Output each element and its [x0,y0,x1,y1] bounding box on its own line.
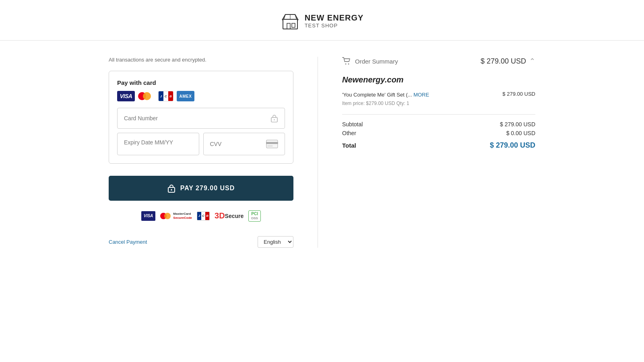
card-logos: VISA J C B [117,91,285,101]
order-item-name-text: 'You Complete Me' Gift Set (... [342,92,413,98]
expiry-field[interactable] [117,133,199,155]
3d-secure-badge: 3D Secure [215,211,244,220]
cvv-input[interactable] [210,141,266,147]
subtotal-value: $ 279.00 USD [500,121,535,128]
cvv-field[interactable] [203,133,285,155]
security-badges: VISA MasterCard SecureCode J C B [109,210,293,222]
order-divider [342,114,535,115]
order-totals: Subtotal $ 279.00 USD Other $ 0.00 USD T… [342,121,535,150]
language-select[interactable]: English French German Spanish [258,236,293,248]
pci-dss-badge: PCI DSS [248,210,261,222]
store-building-icon [281,11,300,31]
jcb-badge: J C B [197,212,210,220]
svg-rect-7 [266,142,278,144]
svg-point-5 [274,119,275,120]
svg-point-12 [348,64,349,65]
visa-logo: VISA [117,91,135,101]
subtotal-row: Subtotal $ 279.00 USD [342,121,535,128]
store-name: NEW ENERGY TEST SHOP [305,13,364,29]
card-bottom-row [117,133,285,155]
right-panel: Order Summary $ 279.00 USD ⌃ Newenergy.c… [318,57,535,248]
order-summary-header: Order Summary $ 279.00 USD ⌃ [342,57,535,66]
order-summary-title: Order Summary [355,58,398,65]
svg-point-10 [171,189,172,191]
order-summary-total: $ 279.00 USD ⌃ [481,57,535,66]
more-link[interactable]: MORE [413,92,429,98]
svg-rect-8 [268,145,273,146]
header: NEW ENERGY TEST SHOP [0,0,644,41]
merchant-name: Newenergy.com [342,75,535,84]
order-item-price: $ 279.00 USD [502,91,535,97]
pay-lock-icon [167,184,175,193]
svg-rect-2 [292,23,295,27]
order-item-name: 'You Complete Me' Gift Set (... MORE [342,91,429,98]
other-label: Other [342,130,356,136]
grand-total-label: Total [342,142,356,149]
other-row: Other $ 0.00 USD [342,130,535,136]
grand-total-row: Total $ 279.00 USD [342,141,535,150]
amex-logo: AMEX [177,91,194,101]
store-name-main: NEW ENERGY [305,13,364,23]
store-name-sub: TEST SHOP [305,23,364,29]
cvv-card-icon [266,139,278,149]
cart-icon [342,57,351,65]
mastercard-securecode-badge: MasterCard SecureCode [160,212,192,220]
subtotal-label: Subtotal [342,121,363,128]
secure-text: All transactions are secure and encrypte… [109,57,293,63]
mastercard-logo [138,91,155,101]
store-logo: NEW ENERGY TEST SHOP [281,11,364,31]
other-value: $ 0.00 USD [506,130,535,136]
order-item-meta: Item price: $279.00 USD Qty: 1 [342,101,535,106]
card-number-field[interactable] [117,108,285,129]
chevron-up-icon[interactable]: ⌃ [529,57,535,66]
cancel-payment-link[interactable]: Cancel Payment [109,239,147,245]
svg-rect-1 [287,23,290,29]
grand-total-value: $ 279.00 USD [490,141,535,150]
pay-button-label: PAY 279.00 USD [180,185,235,192]
left-panel: All transactions are secure and encrypte… [109,57,318,248]
card-form-box: Pay with card VISA J C [109,71,293,164]
svg-point-11 [345,64,347,65]
order-summary-left: Order Summary [342,57,398,65]
pay-with-card-title: Pay with card [117,79,285,86]
order-summary-total-value: $ 279.00 USD [481,57,526,66]
visa-verified-badge: VISA [141,211,155,221]
card-number-input[interactable] [124,115,270,121]
main-container: All transactions are secure and encrypte… [101,41,543,264]
jcb-logo: J C B [158,91,173,101]
order-item-row: 'You Complete Me' Gift Set (... MORE $ 2… [342,91,535,98]
pay-button[interactable]: PAY 279.00 USD [109,176,293,201]
card-lock-icon [270,114,278,123]
footer-row: Cancel Payment English French German Spa… [109,233,293,248]
expiry-input[interactable] [124,139,192,146]
